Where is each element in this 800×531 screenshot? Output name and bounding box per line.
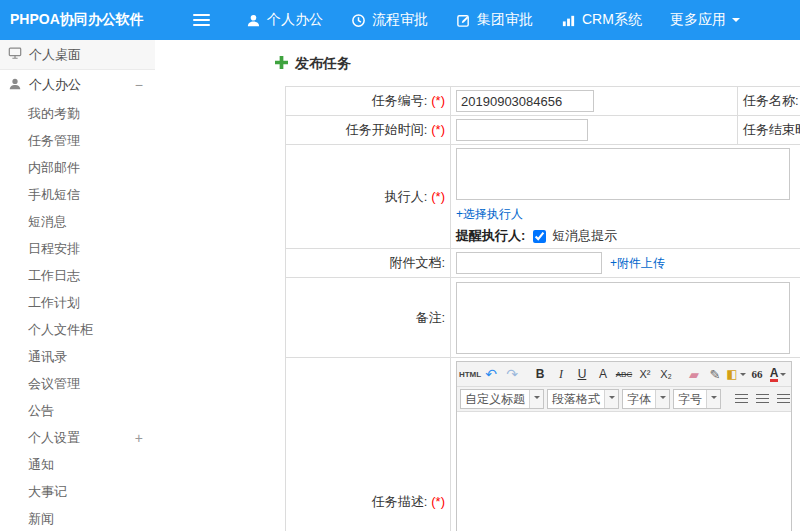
sidebar-section-personal-office[interactable]: 个人办公 − — [0, 70, 155, 100]
align-center-icon[interactable] — [752, 389, 772, 409]
sidebar-item-attendance[interactable]: 我的考勤 — [0, 100, 155, 127]
eraser-icon[interactable]: ▰ — [684, 364, 704, 384]
undo-icon[interactable]: ↶ — [481, 364, 501, 384]
pick-executor-link[interactable]: +选择执行人 — [456, 207, 523, 221]
sidebar-item-label: 公告 — [28, 402, 54, 420]
sidebar-item-schedule[interactable]: 日程安排 — [0, 235, 155, 262]
remark-textarea[interactable] — [456, 282, 790, 354]
blockquote-button[interactable]: 66 — [747, 364, 767, 384]
rich-text-editor: HTML ↶ ↷ B I U A ABC X² X₂ ▰ — [456, 361, 792, 531]
sidebar-item-label: 个人桌面 — [29, 46, 81, 64]
format-brush-icon[interactable]: ✎ — [705, 364, 725, 384]
user-icon — [8, 77, 22, 94]
sidebar-item-label: 大事记 — [28, 483, 67, 501]
executor-label: 执行人: — [385, 189, 428, 204]
italic-button[interactable]: I — [551, 364, 571, 384]
align-right-icon[interactable] — [773, 389, 793, 409]
strikethrough-button[interactable]: ABC — [614, 364, 634, 384]
sidebar-item-desktop[interactable]: 个人桌面 — [0, 40, 155, 70]
description-label: 任务描述: — [372, 494, 428, 509]
start-time-input[interactable] — [456, 119, 588, 141]
page-title-text: 发布任务 — [295, 55, 351, 73]
caret-down-icon — [740, 373, 746, 379]
attachment-label: 附件文档: — [389, 255, 445, 270]
dropdown-label: 段落格式 — [548, 391, 604, 408]
font-button[interactable]: A — [593, 364, 613, 384]
sidebar-item-label: 内部邮件 — [28, 159, 80, 177]
paragraph-format-dropdown[interactable]: 段落格式 — [547, 389, 619, 409]
nav-item-process-approval[interactable]: 流程审批 — [337, 0, 442, 40]
row-executor: 执行人:(*) +选择执行人 提醒执行人: 短消息提示 — [286, 145, 800, 249]
menu-toggle-icon[interactable] — [193, 14, 210, 26]
underline-button[interactable]: U — [572, 364, 592, 384]
sidebar-item-personal-settings[interactable]: 个人设置 + — [0, 424, 155, 451]
font-family-dropdown[interactable]: 字体 — [622, 389, 670, 409]
row-task-time: 任务开始时间:(*) 任务结束时间:(*) — [286, 116, 800, 145]
custom-title-dropdown[interactable]: 自定义标题 — [460, 389, 544, 409]
sidebar-item-label: 任务管理 — [28, 132, 80, 150]
expand-icon[interactable]: + — [135, 430, 143, 446]
row-attachment: 附件文档: +附件上传 — [286, 249, 800, 278]
sidebar-item-short-message[interactable]: 短消息 — [0, 208, 155, 235]
nav-item-label: 更多应用 — [670, 11, 726, 29]
sidebar-item-label: 会议管理 — [28, 375, 80, 393]
align-left-icon[interactable] — [731, 389, 751, 409]
sidebar-item-work-plan[interactable]: 工作计划 — [0, 289, 155, 316]
collapse-icon[interactable]: − — [135, 77, 143, 93]
nav-item-label: CRM系统 — [582, 11, 642, 29]
required-mark: (*) — [431, 189, 445, 204]
subscript-button[interactable]: X₂ — [656, 364, 676, 384]
attachment-input[interactable] — [456, 252, 602, 274]
sidebar-menu: 我的考勤 任务管理 内部邮件 手机短信 短消息 日程安排 工作日志 工作计划 个… — [0, 100, 155, 531]
editor-toolbar-row2: 自定义标题 段落格式 字体 — [457, 387, 791, 412]
sidebar-item-announcement[interactable]: 公告 — [0, 397, 155, 424]
dropdown-label: 自定义标题 — [461, 391, 529, 408]
sidebar-item-label: 通讯录 — [28, 348, 67, 366]
fill-color-button[interactable]: ◧ — [726, 364, 746, 384]
executor-textarea[interactable] — [456, 148, 790, 200]
sidebar-section-label: 个人办公 — [29, 76, 81, 94]
sidebar-item-task-management[interactable]: 任务管理 — [0, 127, 155, 154]
sidebar-item-sms[interactable]: 手机短信 — [0, 181, 155, 208]
sidebar-item-contacts[interactable]: 通讯录 — [0, 343, 155, 370]
sidebar-item-news[interactable]: 新闻 — [0, 505, 155, 531]
editor-content-area[interactable] — [457, 412, 791, 531]
end-time-label: 任务结束时间: — [743, 122, 800, 137]
sidebar-item-label: 日程安排 — [28, 240, 80, 258]
sidebar-item-meeting[interactable]: 会议管理 — [0, 370, 155, 397]
sidebar-item-internal-mail[interactable]: 内部邮件 — [0, 154, 155, 181]
required-mark: (*) — [431, 93, 445, 108]
sidebar-item-label: 个人文件柜 — [28, 321, 93, 339]
sidebar-item-events[interactable]: 大事记 — [0, 478, 155, 505]
caret-down-icon — [732, 18, 740, 26]
font-color-button[interactable]: A — [768, 364, 788, 384]
caret-down-icon — [780, 373, 786, 379]
sidebar-item-notice[interactable]: 通知 — [0, 451, 155, 478]
caret-down-icon — [655, 390, 669, 408]
sidebar-item-label: 通知 — [28, 456, 54, 474]
sidebar-item-file-cabinet[interactable]: 个人文件柜 — [0, 316, 155, 343]
required-mark: (*) — [431, 494, 445, 509]
page-title: 发布任务 — [275, 54, 800, 74]
sidebar: 个人桌面 个人办公 − 我的考勤 任务管理 内部邮件 手机短信 短消息 日程安排… — [0, 40, 155, 531]
attachment-upload-link[interactable]: +附件上传 — [610, 255, 665, 272]
html-source-button[interactable]: HTML — [460, 364, 480, 384]
superscript-button[interactable]: X² — [635, 364, 655, 384]
top-navbar: PHPOA协同办公软件 个人办公 流程审批 集团审批 CRM系统 更多应用 — [0, 0, 800, 40]
sidebar-item-work-log[interactable]: 工作日志 — [0, 262, 155, 289]
nav-item-personal-office[interactable]: 个人办公 — [232, 0, 337, 40]
row-remark: 备注: — [286, 278, 800, 358]
font-size-dropdown[interactable]: 字号 — [673, 389, 721, 409]
bold-button[interactable]: B — [530, 364, 550, 384]
sidebar-item-label: 新闻 — [28, 510, 54, 528]
task-name-label: 任务名称: — [743, 93, 799, 108]
edit-square-icon — [456, 13, 471, 28]
redo-icon[interactable]: ↷ — [502, 364, 522, 384]
row-task-number: 任务编号:(*) 任务名称:(*) — [286, 87, 800, 116]
sidebar-item-label: 我的考勤 — [28, 105, 80, 123]
task-number-input[interactable] — [456, 90, 594, 112]
nav-item-more-apps[interactable]: 更多应用 — [656, 0, 754, 40]
sms-remind-checkbox[interactable] — [533, 230, 546, 243]
nav-item-crm[interactable]: CRM系统 — [547, 0, 656, 40]
nav-item-group-approval[interactable]: 集团审批 — [442, 0, 547, 40]
